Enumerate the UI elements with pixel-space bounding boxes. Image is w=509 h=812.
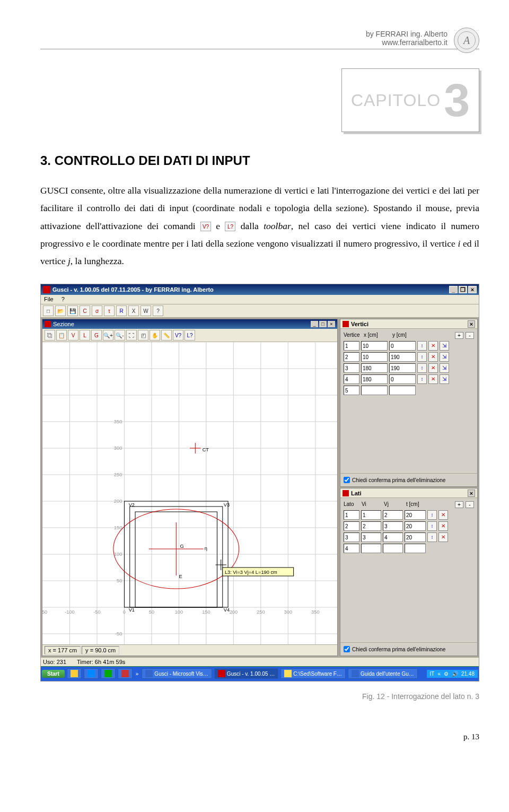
side-n-field[interactable] <box>344 510 359 520</box>
svg-text:V3: V3 <box>224 502 230 508</box>
svg-text:0: 0 <box>123 609 126 615</box>
row-delete-icon[interactable]: ✕ <box>438 510 448 520</box>
add-side-button[interactable]: + <box>455 501 463 508</box>
vertici-confirm-checkbox[interactable] <box>344 477 350 483</box>
svg-text:250: 250 <box>114 472 122 477</box>
vertex-row: ↕✕⇲ <box>344 363 474 373</box>
vertex-y-field[interactable] <box>389 341 416 351</box>
sezione-titlebar[interactable]: Sezione _ □ × <box>42 319 337 329</box>
vertex-row: ↕✕⇲ <box>344 374 474 384</box>
status-timer: Timer: 6h 41m 59s <box>77 659 125 665</box>
excel-icon[interactable]: X <box>128 305 139 316</box>
svg-text:-50: -50 <box>93 609 100 615</box>
tool-c-icon[interactable]: C <box>80 305 90 316</box>
quick-launch-icon[interactable] <box>67 668 82 679</box>
side-vj-field[interactable] <box>383 510 403 520</box>
sezione-close-button[interactable]: × <box>328 321 335 327</box>
tool-r-icon[interactable]: R <box>116 305 127 316</box>
windows-taskbar: Start » Gusci - Microsoft Vis… Gusci - v… <box>41 666 479 681</box>
taskbar-button[interactable]: Gusci - Microsoft Vis… <box>142 668 212 679</box>
sezione-min-button[interactable]: _ <box>311 321 318 327</box>
vertex-query-icon: V? <box>200 222 211 231</box>
vertex-label-icon[interactable]: V <box>68 330 78 340</box>
tray-clock: 21.48 <box>461 671 475 677</box>
sezione-max-button[interactable]: □ <box>319 321 327 327</box>
svg-text:G: G <box>180 544 183 549</box>
svg-text:300: 300 <box>114 446 122 451</box>
remove-vertex-button[interactable]: - <box>466 332 474 339</box>
vertici-icon <box>343 321 349 327</box>
pan-icon[interactable]: ✋ <box>150 330 160 340</box>
chapter-number: 3 <box>444 77 470 124</box>
side-t-field[interactable] <box>405 510 426 520</box>
svg-text:150: 150 <box>202 609 210 615</box>
zoom-out-icon[interactable]: 🔍- <box>115 330 125 340</box>
drawing-canvas[interactable]: G η E CT V1 V2 V3 V4 L3: V <box>42 342 337 644</box>
vertex-x-field[interactable] <box>361 341 388 351</box>
svg-text:-150: -150 <box>42 609 47 615</box>
zoom-fit-icon[interactable]: ⛶ <box>126 330 137 340</box>
copy-icon[interactable]: ⿻ <box>45 330 55 340</box>
side-vi-field[interactable] <box>361 510 381 520</box>
row-edit-icon[interactable]: ↕ <box>427 510 437 520</box>
maximize-button[interactable]: ❐ <box>459 286 467 293</box>
svg-text:50: 50 <box>117 578 122 583</box>
side-label-icon[interactable]: L <box>80 330 90 340</box>
sezione-title: Sezione <box>53 321 74 327</box>
side-row: ↕✕ <box>344 521 474 531</box>
row-edit-icon[interactable]: ↕ <box>417 341 427 351</box>
quick-launch-icon[interactable] <box>101 668 116 679</box>
lati-confirm-checkbox[interactable] <box>344 646 350 652</box>
main-toolbar: □ 📂 💾 C σ τ R X W ? <box>41 304 479 318</box>
row-insert-icon[interactable]: ⇲ <box>440 341 449 351</box>
author-site: www.ferrarialberto.it <box>382 38 447 47</box>
window-title: Gusci - v. 1.00.05 del 07.11.2005 - by F… <box>52 286 214 293</box>
open-icon[interactable]: 📂 <box>55 305 66 316</box>
add-vertex-button[interactable]: + <box>455 332 463 339</box>
body-paragraph: GUSCI consente, oltre alla visualizzazio… <box>40 182 479 270</box>
side-query-button[interactable]: L? <box>185 330 195 340</box>
tool-tau-icon[interactable]: τ <box>104 305 115 316</box>
tray-icon[interactable]: 🔊 <box>452 671 458 677</box>
taskbar-button-active[interactable]: Gusci - v. 1.00.05 … <box>214 668 278 679</box>
lati-header[interactable]: Lati × <box>340 488 477 498</box>
tray-icon[interactable]: IT <box>430 671 435 677</box>
close-button[interactable]: × <box>468 286 477 293</box>
tool-sigma-icon[interactable]: σ <box>92 305 102 316</box>
taskbar-button[interactable]: Guida dell'utente Gu… <box>348 668 418 679</box>
save-icon[interactable]: 💾 <box>67 305 78 316</box>
vertici-close-button[interactable]: × <box>468 320 475 328</box>
quick-launch-icon[interactable] <box>118 668 133 679</box>
measure-icon[interactable]: 📏 <box>161 330 172 340</box>
page-number: p. 13 <box>40 732 479 741</box>
start-button[interactable]: Start <box>42 670 65 678</box>
lati-confirm-label: Chiedi conferma prima dell'eliminazione <box>352 647 445 652</box>
chapter-label: CAPITOLO <box>351 91 441 110</box>
svg-text:V1: V1 <box>129 607 135 613</box>
menu-help[interactable]: ? <box>62 296 65 302</box>
centroid-icon[interactable]: G <box>91 330 102 340</box>
status-uso: Uso: 231 <box>43 659 66 665</box>
vertex-query-button[interactable]: V? <box>173 330 183 340</box>
lati-close-button[interactable]: × <box>468 490 475 497</box>
zoom-in-icon[interactable]: 🔍+ <box>103 330 113 340</box>
menu-file[interactable]: File <box>44 296 54 302</box>
side-row: ↕✕ <box>344 532 474 542</box>
vertici-header[interactable]: Vertici × <box>340 319 477 329</box>
minimize-button[interactable]: _ <box>449 286 458 293</box>
zoom-window-icon[interactable]: ◰ <box>138 330 148 340</box>
quick-launch-icon[interactable] <box>84 668 99 679</box>
vertex-row: ↕✕⇲ <box>344 352 474 362</box>
vertex-n-field[interactable] <box>344 341 359 351</box>
new-icon[interactable]: □ <box>43 305 54 316</box>
window-titlebar[interactable]: Gusci - v. 1.00.05 del 07.11.2005 - by F… <box>41 284 479 295</box>
paste-icon[interactable]: 📋 <box>56 330 67 340</box>
tray-icon[interactable]: ⚙ <box>444 671 449 677</box>
taskbar-button[interactable]: C:\Sed\Software F… <box>280 668 346 679</box>
sezione-toolbar: ⿻ 📋 V L G 🔍+ 🔍- ⛶ ◰ ✋ 📏 V? L? <box>42 329 337 342</box>
system-tray[interactable]: IT « ⚙ 🔊 21.48 <box>427 670 478 678</box>
help-icon[interactable]: ? <box>153 305 163 316</box>
remove-side-button[interactable]: - <box>466 501 474 508</box>
row-delete-icon[interactable]: ✕ <box>428 341 438 351</box>
word-icon[interactable]: W <box>141 305 151 316</box>
